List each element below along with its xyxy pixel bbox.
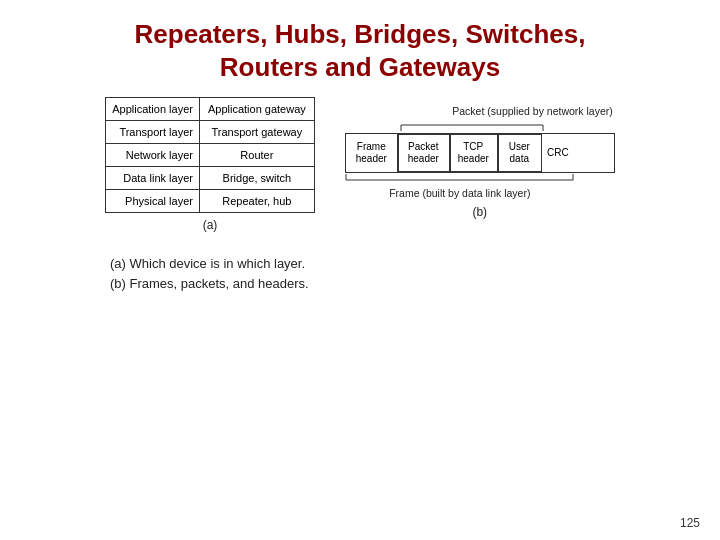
layer-cell: Transport layer [106,121,200,144]
slide-title: Repeaters, Hubs, Bridges, Switches,Route… [135,18,586,83]
diagrams-row: Application layerApplication gatewayTran… [30,97,690,232]
diagram-a: Application layerApplication gatewayTran… [105,97,315,232]
layer-table: Application layerApplication gatewayTran… [105,97,315,213]
packet-layer-label: Packet (supplied by network layer) [345,105,615,117]
slide-container: Repeaters, Hubs, Bridges, Switches,Route… [0,0,720,540]
device-cell: Repeater, hub [199,190,314,213]
layer-cell: Application layer [106,98,200,121]
device-cell: Router [199,144,314,167]
captions: (a) Which device is in which layer. (b) … [110,254,309,293]
frame-cell: CRC [542,134,574,172]
layer-cell: Network layer [106,144,200,167]
frame-cell: Frame header [346,134,398,172]
frame-layer-label: Frame (built by data link layer) [345,187,575,199]
diagram-a-label: (a) [203,218,218,232]
diagram-b-label: (b) [472,205,487,219]
frame-cell: TCP header [450,134,498,172]
frame-cell: User data [498,134,542,172]
device-cell: Application gateway [199,98,314,121]
caption-b: (b) Frames, packets, and headers. [110,274,309,294]
device-cell: Transport gateway [199,121,314,144]
page-number: 125 [680,516,700,530]
diagram-b: Packet (supplied by network layer) Frame… [345,105,615,219]
bottom-brace [345,173,615,187]
frame-cell: Packet header [398,134,450,172]
top-brace [345,119,615,133]
caption-a: (a) Which device is in which layer. [110,254,309,274]
layer-cell: Physical layer [106,190,200,213]
frame-boxes-row: Frame headerPacket headerTCP headerUser … [345,133,615,173]
device-cell: Bridge, switch [199,167,314,190]
layer-cell: Data link layer [106,167,200,190]
